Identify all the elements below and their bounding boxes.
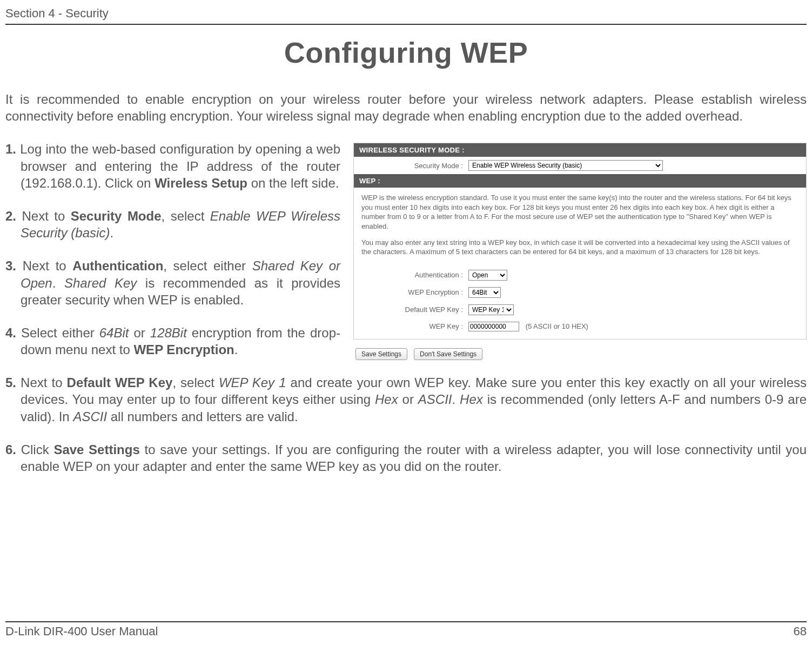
- page-title: Configuring WEP: [5, 36, 807, 69]
- step-2: 2. Next to Security Mode, select Enable …: [5, 208, 340, 241]
- step-1: 1. Log into the web-based configuration …: [5, 141, 340, 191]
- wep-desc-p1: WEP is the wireless encryption standard.…: [361, 193, 798, 231]
- step-5-text-c: , select: [172, 375, 219, 390]
- wep-encryption-label: WEP Encryption :: [360, 288, 468, 296]
- step-1-bold: Wireless Setup: [155, 176, 247, 190]
- wep-key-label: WEP Key :: [360, 322, 468, 330]
- wep-key-hint: (5 ASCII or 10 HEX): [526, 322, 588, 330]
- authentication-label: Authentication :: [360, 271, 468, 279]
- step-5-italic-h: ASCII: [418, 392, 452, 407]
- step-4: 4. Select either 64Bit or 128Bit encrypt…: [5, 324, 340, 358]
- step-4-bold: WEP Encryption: [133, 342, 234, 357]
- step-2-text-e: .: [110, 225, 113, 240]
- save-settings-button[interactable]: Save Settings: [355, 348, 407, 360]
- wep-encryption-select[interactable]: 64Bit: [468, 287, 501, 298]
- step-2-bold: Security Mode: [71, 209, 162, 223]
- footer-page-number: 68: [794, 624, 807, 639]
- step-6-num: 6.: [5, 442, 16, 457]
- wep-desc-p2: You may also enter any text string into …: [361, 238, 798, 257]
- step-4-num: 4.: [5, 325, 16, 340]
- step-4-text-a: Select either: [16, 325, 99, 340]
- step-6-text-a: Click: [16, 442, 53, 457]
- default-wep-key-select[interactable]: WEP Key 1: [468, 304, 514, 315]
- footer-divider: [5, 621, 807, 622]
- step-4-text-c: or: [129, 325, 150, 340]
- dont-save-settings-button[interactable]: Don't Save Settings: [414, 348, 482, 360]
- default-wep-key-label: Default WEP Key :: [360, 305, 468, 314]
- step-5-italic-j: Hex: [460, 392, 483, 407]
- step-5-text-m: all numbers and letters are valid.: [107, 409, 298, 424]
- step-3: 3. Next to Authentication, select either…: [5, 257, 340, 308]
- step-2-text-a: Next to: [16, 209, 71, 223]
- step-4-italic-b: 64Bit: [99, 325, 129, 340]
- step-3-bold: Authentication: [72, 258, 163, 273]
- step-2-num: 2.: [5, 209, 16, 223]
- step-2-text-c: , select: [162, 209, 210, 223]
- footer-left: D-Link DIR-400 User Manual: [5, 624, 158, 639]
- step-4-text-g: .: [234, 342, 238, 357]
- step-5-text-g: or: [398, 392, 418, 407]
- wireless-security-panel: WIRELESS SECURITY MODE : Security Mode :…: [353, 143, 807, 339]
- wep-key-input[interactable]: [468, 322, 519, 331]
- security-mode-select[interactable]: Enable WEP Wireless Security (basic): [468, 160, 663, 171]
- step-5-italic-f: Hex: [375, 392, 398, 407]
- wep-header: WEP :: [354, 174, 806, 188]
- step-5-num: 5.: [5, 375, 16, 390]
- step-5-text-i: .: [452, 392, 460, 407]
- step-1-text-c: on the left side.: [247, 176, 339, 190]
- step-5: 5. Next to Default WEP Key, select WEP K…: [5, 374, 807, 425]
- step-3-text-e: .: [52, 276, 64, 290]
- section-header: Section 4 - Security: [5, 0, 807, 24]
- step-5-bold: Default WEP Key: [67, 375, 173, 390]
- step-1-num: 1.: [5, 142, 16, 156]
- wireless-security-header: WIRELESS SECURITY MODE :: [354, 143, 806, 157]
- authentication-select[interactable]: Open: [468, 270, 507, 281]
- intro-paragraph: It is recommended to enable encryption o…: [5, 91, 807, 124]
- step-6-bold: Save Settings: [53, 442, 139, 457]
- step-5-italic-l: ASCII: [73, 409, 107, 424]
- security-mode-label: Security Mode :: [360, 162, 468, 170]
- step-3-italic-f: Shared Key: [64, 276, 137, 290]
- step-6: 6. Click Save Settings to save your sett…: [5, 441, 807, 475]
- step-3-text-c: , select either: [163, 258, 252, 273]
- step-3-num: 3.: [5, 258, 16, 273]
- step-4-italic-d: 128Bit: [150, 325, 187, 340]
- header-divider: [5, 24, 807, 25]
- step-3-text-a: Next to: [16, 258, 72, 273]
- step-5-text-a: Next to: [16, 375, 67, 390]
- step-5-italic-d: WEP Key 1: [219, 375, 286, 390]
